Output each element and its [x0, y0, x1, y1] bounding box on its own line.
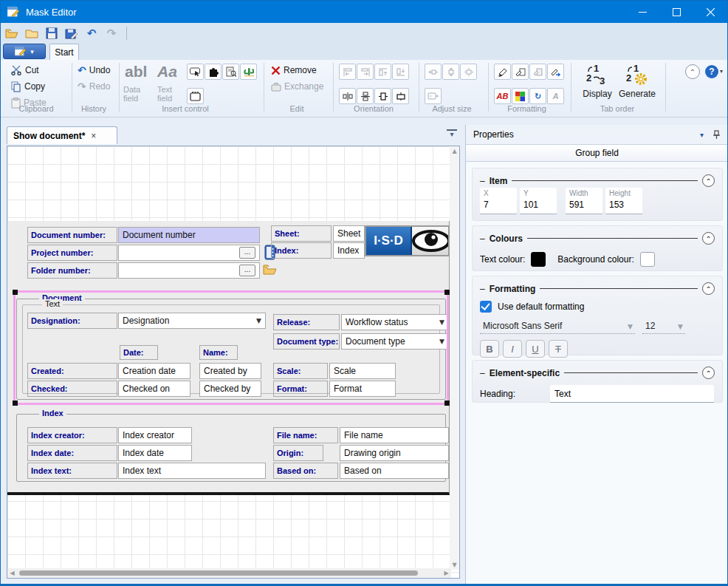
data-field-button[interactable]: Data field — [123, 85, 148, 103]
align-bottom-button[interactable] — [392, 64, 409, 80]
index-label[interactable]: Index: — [271, 242, 332, 259]
center-horizontal-button[interactable] — [339, 88, 356, 104]
strikethrough-button[interactable]: T — [549, 340, 568, 358]
save-all-icon[interactable] — [63, 25, 80, 41]
application-menu-button[interactable]: ▾ — [3, 44, 46, 59]
undo-qat-icon[interactable]: ↶ — [83, 25, 100, 41]
minimize-button[interactable] — [625, 1, 659, 23]
scroll-up-icon[interactable]: ▲ — [450, 148, 459, 154]
collapse-item-icon[interactable]: ⌃ — [702, 174, 715, 187]
file-name-label[interactable]: File name: — [273, 427, 338, 443]
document-number-label[interactable]: Document number: — [27, 227, 117, 243]
index-field[interactable]: Index — [333, 242, 365, 259]
bold-button[interactable]: B — [480, 340, 499, 358]
selection-handle-bottom-left[interactable] — [13, 401, 18, 406]
remove-button[interactable]: Remove — [271, 63, 317, 78]
origin-field[interactable]: Drawing origin — [340, 445, 449, 461]
cut-button[interactable]: Cut — [11, 63, 39, 78]
index-date-label[interactable]: Index date: — [27, 445, 117, 461]
height-field[interactable]: Height — [605, 188, 642, 214]
folder-browse-button[interactable]: ... — [239, 265, 255, 276]
folder-number-label[interactable]: Folder number: — [27, 262, 117, 279]
center-vertical-button[interactable] — [357, 88, 374, 104]
file-name-field[interactable]: File name — [340, 427, 449, 443]
based-on-label[interactable]: Based on: — [273, 463, 338, 479]
center-in-parent-h-button[interactable] — [374, 88, 391, 104]
display-tab-order-button[interactable]: 1 2 3 Display — [578, 63, 617, 104]
reset-format-button[interactable]: ↻ — [529, 88, 546, 104]
center-in-parent-v-button[interactable] — [392, 88, 409, 104]
text-field-icon[interactable]: Aa — [157, 63, 177, 81]
project-browse-button[interactable]: ... — [239, 247, 255, 259]
mask-canvas[interactable]: Document number: Document number Project… — [7, 146, 460, 579]
open-mask-icon[interactable] — [3, 25, 21, 41]
project-number-label[interactable]: Project number: — [27, 245, 117, 261]
help-dropdown-icon[interactable]: ▾ — [720, 68, 723, 75]
save-icon[interactable] — [43, 25, 61, 41]
pin-icon[interactable] — [712, 130, 721, 139]
horizontal-scroll-thumb[interactable] — [19, 570, 418, 576]
collapse-colours-icon[interactable]: ⌃ — [702, 232, 715, 245]
scroll-left-icon[interactable]: ◀ — [7, 570, 17, 576]
font-family-dropdown[interactable]: Microsoft Sans Serif▼ — [480, 318, 635, 334]
x-field[interactable]: X — [480, 188, 517, 214]
same-height-button[interactable] — [442, 64, 459, 80]
exchange-button[interactable]: Exchange — [271, 79, 323, 94]
width-field[interactable]: Width — [566, 188, 602, 214]
maximize-button[interactable] — [659, 1, 693, 23]
font-size-dropdown[interactable]: 12▼ — [642, 318, 685, 334]
heading-input[interactable] — [550, 385, 714, 403]
scroll-down-icon[interactable]: ▼ — [450, 562, 459, 568]
mask-form[interactable]: Document number: Document number Project… — [7, 221, 450, 495]
height-field-input[interactable] — [609, 200, 639, 210]
index-creator-field[interactable]: Index creator — [118, 427, 192, 443]
tab-show-document[interactable]: Show document* × — [7, 126, 117, 144]
copy-format-button[interactable] — [512, 64, 529, 80]
text-field-button[interactable]: Text field — [157, 85, 182, 103]
new-mask-icon[interactable] — [23, 25, 41, 41]
redo-button[interactable]: ↷ Redo — [78, 79, 110, 94]
collapse-formatting-icon[interactable]: ⌃ — [702, 282, 715, 295]
align-right-button[interactable] — [357, 64, 374, 80]
default-format-button[interactable]: A — [547, 88, 564, 104]
underline-button[interactable]: U — [526, 340, 545, 358]
width-field-input[interactable] — [569, 200, 599, 210]
shrink-width-button[interactable] — [425, 88, 442, 104]
sheet-field[interactable]: Sheet — [333, 225, 365, 242]
italic-button[interactable]: I — [503, 340, 522, 358]
transfer-format-button[interactable] — [547, 64, 564, 80]
text-colour-swatch[interactable] — [531, 252, 546, 267]
insert-button-control-button[interactable] — [187, 64, 204, 80]
tab-start[interactable]: Start — [49, 44, 79, 60]
generate-tab-order-button[interactable]: 1 2 Generate — [618, 63, 656, 104]
fill-colour-button[interactable] — [512, 88, 529, 104]
folder-icon[interactable] — [263, 264, 277, 276]
selection-handle-top-left[interactable] — [13, 290, 18, 295]
scroll-right-icon[interactable]: ▶ — [442, 570, 451, 576]
insert-group-field-button[interactable] — [187, 88, 204, 104]
properties-dropdown-icon[interactable]: ▾ — [700, 131, 704, 139]
y-field-input[interactable] — [523, 200, 553, 210]
selection-handle-top-right[interactable] — [444, 290, 450, 295]
same-size-button[interactable] — [460, 64, 477, 80]
redo-qat-icon[interactable]: ↷ — [103, 25, 120, 41]
undo-button[interactable]: ↶ Undo — [78, 63, 110, 78]
collapse-element-icon[interactable]: ⌃ — [702, 367, 715, 379]
index-creator-label[interactable]: Index creator: — [27, 427, 117, 443]
canvas-vertical-scrollbar[interactable]: ▲ ▼ — [450, 146, 459, 570]
selection-handle-bottom-right[interactable] — [444, 401, 450, 406]
tab-list-dropdown-icon[interactable]: ▾ — [447, 129, 457, 137]
paste-format-button[interactable] — [529, 64, 546, 80]
copy-button[interactable]: Copy — [11, 79, 45, 94]
apply-format-button[interactable] — [494, 64, 511, 80]
document-number-field[interactable]: Document number — [118, 227, 260, 243]
insert-puzzle-control-button[interactable] — [205, 64, 222, 80]
canvas-horizontal-scrollbar[interactable]: ◀ ▶ — [7, 568, 451, 578]
tab-close-icon[interactable]: × — [91, 131, 96, 141]
collapse-ribbon-button[interactable]: ⌃ — [685, 64, 700, 79]
background-colour-swatch[interactable] — [640, 252, 655, 267]
insert-preview-control-button[interactable] — [222, 64, 239, 80]
index-text-field[interactable]: Index text — [118, 463, 266, 479]
based-on-field[interactable]: Based on — [340, 463, 449, 479]
insert-image-control-button[interactable] — [240, 64, 257, 80]
